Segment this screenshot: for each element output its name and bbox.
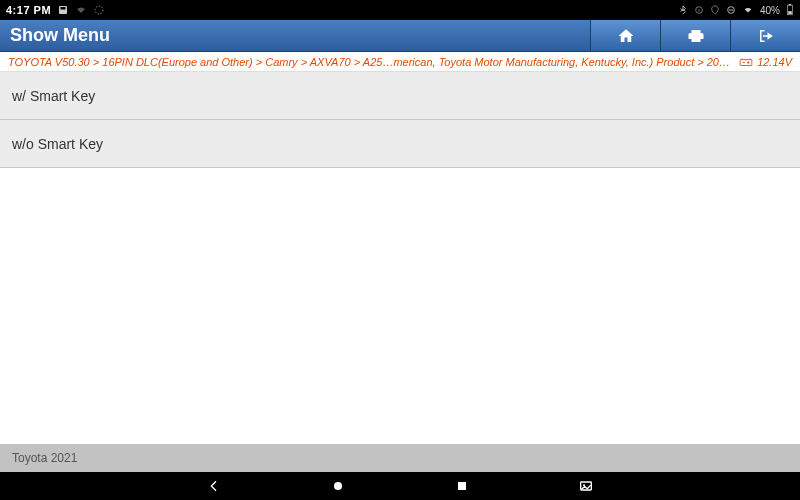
square-icon [454,478,470,494]
nav-recent-button[interactable] [450,474,474,498]
android-nav-bar [0,472,800,500]
app-title-bar: Show Menu [0,20,800,52]
status-time: 4:17 PM [6,4,51,16]
bluetooth-icon [678,4,688,16]
page-title: Show Menu [0,25,110,46]
info-icon [694,5,704,15]
battery-icon [786,4,794,16]
svg-point-2 [95,6,103,14]
svg-rect-9 [788,11,792,14]
print-button[interactable] [660,20,730,51]
exit-button[interactable] [730,20,800,51]
nav-home-button[interactable] [326,474,350,498]
breadcrumb: TOYOTA V50.30 > 16PIN DLC(Europe and Oth… [0,52,800,72]
svg-rect-1 [61,7,66,10]
location-icon [710,4,720,16]
menu-item-label: w/ Smart Key [12,88,95,104]
svg-rect-8 [789,4,791,5]
voltage-value: 12.14V [757,56,792,68]
battery-voltage: 12.14V [731,56,792,68]
android-status-bar: 4:17 PM [0,0,800,20]
save-icon [57,4,69,16]
svg-point-16 [334,482,342,490]
menu-item-with-smart-key[interactable]: w/ Smart Key [0,72,800,120]
shield-icon [93,4,105,16]
menu-list: w/ Smart Key w/o Smart Key [0,72,800,444]
home-icon [617,27,635,45]
gallery-icon [578,478,594,494]
car-battery-icon [739,56,753,68]
battery-percent: 40% [760,5,780,16]
wifi-icon [742,5,754,15]
chevron-left-icon [206,478,222,494]
svg-rect-17 [458,482,466,490]
dnd-icon [726,5,736,15]
nav-screenshot-button[interactable] [574,474,598,498]
nav-back-button[interactable] [202,474,226,498]
wifi-weak-icon [75,4,87,16]
breadcrumb-text: TOYOTA V50.30 > 16PIN DLC(Europe and Oth… [8,56,731,68]
circle-icon [330,478,346,494]
footer-text: Toyota 2021 [12,451,77,465]
exit-icon [757,27,775,45]
menu-item-label: w/o Smart Key [12,136,103,152]
footer-bar: Toyota 2021 [0,444,800,472]
svg-rect-10 [740,59,752,65]
home-button[interactable] [590,20,660,51]
print-icon [687,27,705,45]
menu-item-without-smart-key[interactable]: w/o Smart Key [0,120,800,168]
